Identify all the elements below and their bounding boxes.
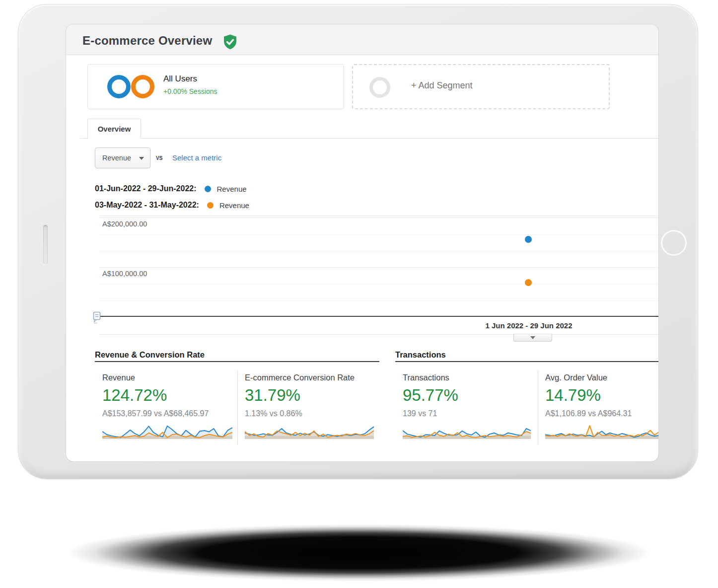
segment-card-all-users[interactable]: All Users +0.00% Sessions [87,64,344,109]
metric-card-change: 31.79% [245,386,374,405]
tab-overview[interactable]: Overview [87,119,141,139]
segment-ring-blue-icon [107,75,131,98]
legend-row-previous: 03-May-2022 - 31-May-2022: Revenue [95,199,249,212]
data-point-current[interactable] [525,236,532,243]
metric-dropdown[interactable]: Revenue [95,147,150,168]
metric-dropdown-value: Revenue [102,154,131,162]
metric-card-title[interactable]: Avg. Order Value [545,373,658,382]
metric-card-avg-order-value: Avg. Order Value 14.79% A$1,106.89 vs A$… [545,373,658,440]
metric-card-change: 124.72% [102,386,232,405]
legend-series-label: Revenue [217,185,247,193]
legend-series-label: Revenue [219,201,249,210]
metric-card-change: 95.77% [403,386,531,405]
gridline [100,284,658,284]
metric-card-title[interactable]: Revenue [102,373,232,382]
card-divider [237,370,238,445]
chevron-down-icon [530,336,535,339]
section-rule [395,361,658,362]
y-axis-tick: A$200,000.00 [102,220,147,228]
sparkline-transactions [403,423,531,440]
empty-segment-ring-icon [369,77,390,98]
page-title: E-commerce Overview [82,34,212,48]
gridline [100,234,658,235]
metric-card-comparison: 139 vs 71 [403,409,531,418]
revenue-comparison-chart: A$200,000.00 A$100,000.00 [100,216,658,317]
sparkline-avg-order-value [545,423,658,440]
select-metric-link[interactable]: Select a metric [172,153,221,162]
tab-row-divider [80,138,658,139]
add-segment-button[interactable]: + Add Segment [352,64,610,109]
metric-card-change: 14.79% [545,386,658,405]
sparkline-conversion-rate [245,423,374,440]
sparkline-revenue [102,423,232,440]
metric-card-comparison: A$1,106.89 vs A$964.31 [545,409,658,418]
metric-card-title[interactable]: Transactions [403,373,531,382]
x-axis-date-label: 1 Jun 2022 - 29 Jun 2022 [485,321,572,330]
legend-date-range: 03-May-2022 - 31-May-2022: [95,201,199,210]
verified-shield-icon [223,34,237,50]
legend-dot-orange-icon [207,202,214,209]
chevron-down-icon [139,157,144,160]
metric-card-title[interactable]: E-commerce Conversion Rate [245,373,374,382]
metric-card-comparison: 1.13% vs 0.86% [245,409,374,418]
tablet-frame: E-commerce Overview All Users +0.00% Ses… [18,4,698,479]
page: E-commerce Overview All Users +0.00% Ses… [0,0,718,588]
annotations-icon[interactable] [92,311,102,324]
segment-ring-orange-icon [131,75,154,98]
gridline [100,300,658,301]
chart-legend: 01-Jun-2022 - 29-Jun-2022: Revenue 03-Ma… [95,182,249,215]
gridline [100,218,658,218]
app-header: E-commerce Overview [66,24,658,55]
tablet-shadow [11,518,707,587]
metric-card-comparison: A$153,857.99 vs A$68,465.97 [102,409,232,418]
legend-row-current: 01-Jun-2022 - 29-Jun-2022: Revenue [95,182,249,195]
legend-date-range: 01-Jun-2022 - 29-Jun-2022: [95,184,197,193]
data-point-previous[interactable] [525,279,532,286]
gridline [100,251,658,251]
add-segment-label: + Add Segment [411,80,473,91]
segment-text: All Users +0.00% Sessions [163,74,217,95]
section-title-transactions: Transactions [395,350,446,360]
gridline [100,267,658,268]
chart-collapse-handle[interactable] [513,334,552,342]
card-divider [538,370,538,445]
metric-card-transactions: Transactions 95.77% 139 vs 71 [403,373,531,440]
camera-circle [661,230,687,256]
vs-label: vs [156,153,162,161]
axis-subline [100,334,658,335]
y-axis-tick: A$100,000.00 [102,270,147,278]
metric-card-conversion-rate: E-commerce Conversion Rate 31.79% 1.13% … [245,373,374,440]
section-rule [95,361,379,362]
side-button-groove [43,225,48,265]
section-title-revenue-conversion: Revenue & Conversion Rate [95,350,205,360]
metric-card-revenue: Revenue 124.72% A$153,857.99 vs A$68,465… [102,373,232,440]
legend-dot-blue-icon [205,186,211,192]
segment-title: All Users [163,74,217,84]
segment-sessions-delta: +0.00% Sessions [163,87,217,95]
analytics-screen: E-commerce Overview All Users +0.00% Ses… [66,24,658,461]
